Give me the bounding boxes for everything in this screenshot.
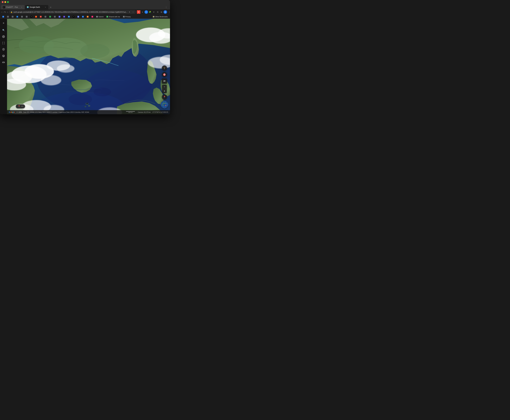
bookmark-mastodon[interactable]: M (62, 15, 66, 18)
bookmark-r[interactable]: R (34, 15, 38, 18)
compass-button[interactable]: 🎯 (162, 72, 167, 77)
bookmark-shared[interactable]: ▲ Shared with me (105, 15, 121, 18)
bookmark-primary[interactable]: ✉ Primary (122, 15, 132, 18)
title-bar (0, 0, 170, 4)
reload-button[interactable]: ↻ (4, 10, 6, 14)
bookmark-2[interactable] (6, 15, 10, 18)
sidebar-icon[interactable]: ▤ (160, 10, 163, 14)
browser-menu-button[interactable]: ⋮ (164, 5, 168, 9)
svg-point-17 (84, 106, 86, 107)
attribution-text: Data SIO, NOAA, U.S. Navy, NGA, GEBCO La… (23, 112, 89, 113)
pin-icon (2, 48, 5, 51)
minimize-button[interactable] (4, 1, 6, 3)
bookmark-k2[interactable]: k! (86, 15, 90, 18)
bookmark-3[interactable] (11, 15, 15, 18)
extensions-icon[interactable]: M (137, 10, 140, 14)
place-marker-tool[interactable]: 📍 〰 (16, 105, 25, 108)
google-logo: Google (9, 111, 15, 113)
back-button[interactable]: ‹ (1, 10, 2, 14)
layers-icon (2, 55, 5, 57)
bottom-bar: Google 100% Data SIO, NOAA, U.S. Navy, N… (7, 110, 170, 114)
forward-button[interactable]: › (3, 10, 4, 14)
bookmark-k[interactable]: k (81, 15, 85, 18)
tab-google-earth[interactable]: 🌍 Google Earth × (25, 5, 48, 9)
maximize-button[interactable] (7, 1, 9, 3)
layers-button[interactable] (1, 53, 6, 59)
fullscreen-button[interactable] (1, 40, 6, 46)
tab-close-earth[interactable]: × (44, 6, 47, 8)
zoom-controls: − + (162, 85, 167, 93)
zoom-in-button[interactable]: + (162, 89, 167, 93)
view-2d-button[interactable]: 2D (162, 78, 167, 84)
map-area[interactable]: 🚶 🎯 2D − + 📍 (7, 19, 170, 114)
bookmark-earth[interactable]: 🌍 (67, 15, 71, 18)
bookmark-9[interactable] (43, 15, 47, 18)
zoom-level: 100% (18, 112, 22, 113)
tab-close-chatgpt[interactable]: × (21, 6, 23, 8)
bookmark-10[interactable] (48, 15, 52, 18)
pegman-button[interactable]: 🚶 (162, 66, 167, 71)
settings-button[interactable] (1, 34, 6, 39)
bookmark-apps[interactable]: ⊞ (1, 15, 5, 18)
chrome-menu[interactable]: ⋮ (167, 10, 170, 14)
pegman-icon: 🚶 (163, 67, 166, 69)
bookmark-ethereum[interactable]: ⧫ (76, 15, 80, 18)
globe-button[interactable] (161, 101, 168, 108)
bookmark-discord[interactable]: d (57, 15, 61, 18)
main-content: ≡ 🔍 (0, 19, 170, 114)
poe-icon[interactable]: ● (141, 10, 144, 14)
svg-point-1 (3, 49, 4, 50)
scale-indicator: 400 km (126, 111, 135, 113)
home-button[interactable]: ⌂ (7, 10, 8, 14)
pin-button[interactable] (1, 47, 6, 52)
bookmark-submit[interactable]: ▶ Submit (95, 15, 105, 18)
scale-label: 400 km (128, 112, 133, 113)
map-controls: 🚶 🎯 2D − + 📍 (161, 66, 168, 108)
tab-favicon-chatgpt: P (3, 6, 5, 8)
svg-point-16 (88, 105, 90, 107)
tab-bar: P ChatGPT - Poe × 🌍 Google Earth × + ⋮ (0, 4, 170, 9)
red-pin-button[interactable]: 📍 (162, 94, 167, 100)
location-pin-icon: 📍 (163, 96, 166, 98)
download-icon[interactable]: ⬇ (128, 11, 131, 14)
bookmark-11[interactable] (53, 15, 57, 18)
avatar[interactable]: A (164, 10, 167, 14)
new-tab-button[interactable]: + (49, 5, 53, 9)
zoom-out-button[interactable]: − (162, 85, 167, 89)
menu-icon: ≡ (3, 22, 4, 24)
svg-marker-2 (2, 55, 5, 56)
svg-point-24 (41, 75, 61, 85)
bookmark-linkedin[interactable]: in (15, 15, 19, 18)
tab-label-earth: Google Earth (30, 6, 40, 8)
k-icon[interactable]: K (145, 10, 148, 14)
star2-icon[interactable]: ★ (152, 10, 156, 14)
search-button[interactable]: 🔍 (1, 28, 6, 33)
menu-button[interactable]: ≡ (1, 21, 6, 26)
puzzle-icon[interactable]: 🧩 (148, 10, 152, 14)
bookmark-pin[interactable]: P (90, 15, 94, 18)
sidebar: ≡ 🔍 (0, 19, 7, 114)
bookmark-acrobat[interactable]: A (39, 15, 43, 18)
bookmark-6[interactable] (25, 15, 29, 18)
scale-line (126, 111, 135, 112)
bookmark-notion[interactable]: N (29, 15, 33, 18)
other-bookmarks[interactable]: 📁 Other Bookmarks (152, 15, 169, 18)
svg-point-14 (80, 44, 110, 58)
url-text: earth.google.com/web/@19.14776657,113.28… (14, 11, 127, 13)
measure-button[interactable] (1, 60, 6, 65)
svg-point-26 (57, 64, 75, 73)
svg-point-41 (165, 105, 166, 106)
grid-icon[interactable]: ⊞ (156, 10, 160, 14)
bookmarks-bar: ⊞ in N R A d M 🌍 ✕ ⧫ k k! P ▶ Submit ▲ S… (0, 15, 170, 19)
bookmark-5[interactable] (20, 15, 24, 18)
star-icon[interactable]: ☆ (132, 11, 135, 14)
bottom-right-info: Camera: 63,170 km 17°27'59"N 112°28'01"E (138, 112, 168, 113)
url-bar[interactable]: 🔒 earth.google.com/web/@19.14776657,113.… (9, 10, 136, 14)
shared-label: Shared with me (109, 16, 120, 18)
close-button[interactable] (2, 1, 4, 3)
tab-chatgpt[interactable]: P ChatGPT - Poe × (1, 5, 25, 9)
draw-path-icon: 〰 (21, 105, 23, 107)
submit-label: Submit (99, 16, 103, 18)
bookmark-twitter[interactable]: ✕ (71, 15, 76, 18)
gear-icon (2, 35, 5, 38)
